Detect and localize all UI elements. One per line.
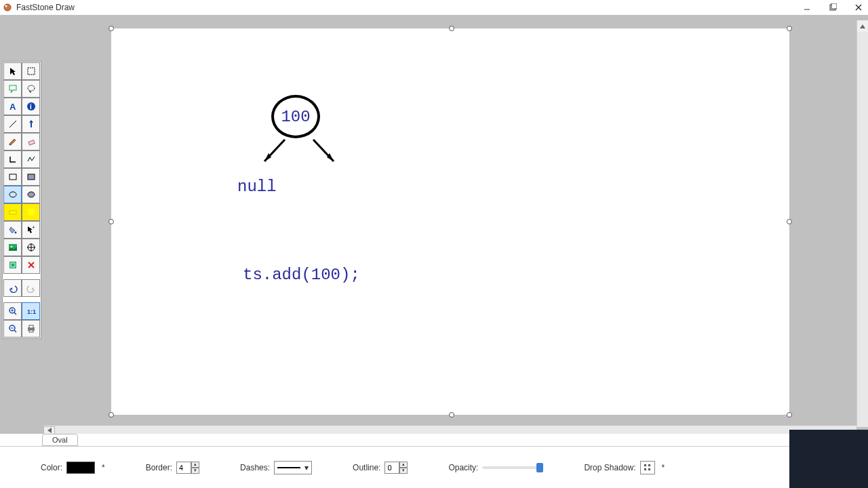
- vertical-scrollbar[interactable]: [856, 20, 868, 427]
- close-button[interactable]: [852, 1, 865, 14]
- svg-text:+: +: [32, 225, 35, 230]
- outline-down[interactable]: ▾: [399, 468, 408, 474]
- minimize-button[interactable]: [800, 1, 814, 14]
- svg-point-20: [28, 192, 35, 197]
- app-icon: [3, 3, 12, 12]
- shadow-menu-icon[interactable]: *: [662, 463, 665, 472]
- selection-handle[interactable]: [787, 412, 792, 418]
- selection-handle[interactable]: [449, 26, 454, 31]
- undo-tool[interactable]: [3, 279, 22, 297]
- svg-rect-18: [28, 174, 35, 180]
- border-up[interactable]: ▴: [191, 462, 199, 468]
- color-picker[interactable]: [66, 462, 95, 474]
- svg-marker-51: [860, 24, 865, 28]
- rect-select-tool[interactable]: [22, 62, 40, 80]
- shadow-picker[interactable]: [640, 461, 655, 474]
- lshape-tool[interactable]: [3, 150, 22, 168]
- svg-rect-22: [28, 209, 35, 216]
- window-title: FastStone Draw: [16, 3, 800, 12]
- main-area: Ai+1:1 100 null ts.add(100);: [0, 15, 868, 434]
- svg-text:i: i: [30, 103, 32, 110]
- svg-rect-7: [28, 68, 35, 75]
- svg-rect-46: [29, 330, 33, 332]
- selection-handle[interactable]: [449, 412, 454, 418]
- highlighter-tool[interactable]: [3, 203, 22, 221]
- polyline-tool[interactable]: [22, 150, 40, 168]
- svg-point-0: [4, 4, 11, 11]
- selection-handle[interactable]: [787, 219, 792, 224]
- delete-tool[interactable]: [22, 256, 40, 274]
- canvas-viewport: 100 null ts.add(100);: [43, 20, 856, 426]
- maximize-button[interactable]: [826, 1, 840, 14]
- eraser-tool[interactable]: [22, 133, 40, 150]
- svg-marker-52: [47, 428, 52, 433]
- rectangle-tool[interactable]: [3, 168, 22, 186]
- scroll-up-icon[interactable]: [857, 20, 868, 32]
- color-label: Color:: [41, 463, 62, 472]
- filled-oval-tool[interactable]: [22, 186, 40, 203]
- border-input[interactable]: [176, 462, 191, 474]
- outline-up[interactable]: ▴: [399, 462, 408, 468]
- zoom-out-tool[interactable]: [3, 320, 22, 338]
- svg-line-42: [14, 330, 16, 332]
- svg-rect-8: [9, 85, 16, 90]
- outline-input[interactable]: [384, 462, 399, 474]
- svg-rect-45: [29, 325, 33, 328]
- svg-rect-55: [648, 464, 650, 466]
- image-tool[interactable]: [3, 239, 22, 256]
- svg-rect-17: [9, 174, 16, 180]
- opacity-slider[interactable]: [482, 466, 543, 469]
- arrow-left-icon[interactable]: [258, 136, 292, 169]
- svg-point-23: [14, 232, 16, 234]
- fill-yellow-tool[interactable]: [22, 203, 40, 221]
- callout-tool[interactable]: [3, 80, 22, 98]
- titlebar: FastStone Draw: [0, 0, 868, 15]
- pencil-tool[interactable]: [3, 133, 22, 150]
- svg-rect-57: [648, 468, 650, 470]
- property-bar: Color: * Border: ▴▾ Dashes: ▾ Outline: ▴…: [0, 446, 868, 488]
- cursor-plus-tool[interactable]: +: [22, 221, 40, 239]
- svg-point-1: [5, 5, 7, 7]
- redo-tool[interactable]: [22, 279, 40, 297]
- zoom-in-tool[interactable]: [3, 302, 22, 320]
- svg-rect-21: [9, 211, 16, 214]
- svg-rect-56: [644, 468, 646, 470]
- svg-rect-54: [644, 464, 646, 466]
- target-tool[interactable]: [22, 239, 40, 256]
- selection-handle[interactable]: [108, 26, 114, 31]
- dashes-label: Dashes:: [240, 463, 270, 472]
- svg-point-19: [9, 192, 16, 197]
- pointer-tool[interactable]: [3, 62, 22, 80]
- svg-point-9: [28, 85, 35, 91]
- border-down[interactable]: ▾: [191, 468, 199, 474]
- chevron-down-icon: ▾: [304, 463, 309, 472]
- actual-size-tool[interactable]: 1:1: [22, 302, 40, 320]
- selection-handle[interactable]: [108, 219, 114, 224]
- border-label: Border:: [146, 463, 172, 472]
- node-circle[interactable]: 100: [271, 95, 320, 138]
- canvas[interactable]: 100 null ts.add(100);: [111, 28, 789, 415]
- oval-tool[interactable]: [3, 186, 22, 203]
- print-tool[interactable]: [22, 320, 40, 338]
- slider-thumb[interactable]: [536, 463, 543, 472]
- selection-handle[interactable]: [787, 26, 792, 31]
- horizontal-scrollbar[interactable]: [43, 426, 856, 434]
- crop-tool[interactable]: [3, 256, 22, 274]
- text-code[interactable]: ts.add(100);: [243, 266, 360, 284]
- svg-line-37: [14, 312, 16, 314]
- dashes-select[interactable]: ▾: [274, 461, 312, 474]
- selection-handle[interactable]: [108, 412, 114, 418]
- filled-rect-tool[interactable]: [22, 168, 40, 186]
- bucket-tool[interactable]: [3, 221, 22, 239]
- line-tool[interactable]: [3, 115, 22, 133]
- info-tool[interactable]: i: [22, 98, 40, 115]
- svg-rect-16: [28, 140, 34, 145]
- svg-rect-4: [831, 3, 837, 9]
- text-null[interactable]: null: [237, 178, 277, 196]
- arrow-tool[interactable]: [22, 115, 40, 133]
- color-menu-icon[interactable]: *: [102, 463, 105, 472]
- text-tool[interactable]: A: [3, 98, 22, 115]
- svg-line-13: [9, 121, 16, 127]
- free-select-tool[interactable]: [22, 80, 40, 98]
- arrow-right-icon[interactable]: [307, 136, 340, 169]
